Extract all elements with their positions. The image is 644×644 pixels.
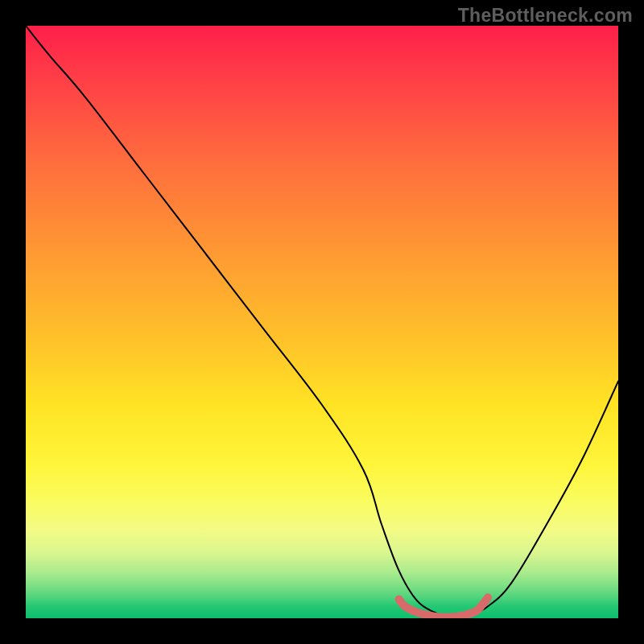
watermark-text: TheBottleneck.com [458,5,633,27]
curve-layer [26,26,618,618]
optimal-range-marker [399,597,488,617]
plot-area [26,26,618,618]
bottleneck-curve [26,26,618,618]
chart-frame: TheBottleneck.com [0,0,644,644]
